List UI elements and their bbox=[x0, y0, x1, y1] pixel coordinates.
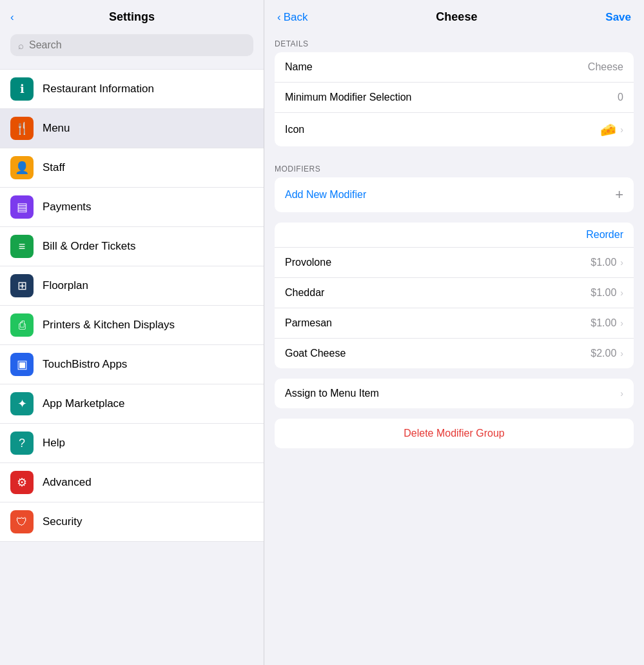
modifier-item-3[interactable]: Goat Cheese $2.00 › bbox=[275, 339, 634, 368]
sidebar-item-menu[interactable]: 🍴 Menu bbox=[0, 109, 264, 148]
modifier-price-chevron-0: $1.00 › bbox=[590, 257, 623, 268]
modifier-price-3: $2.00 bbox=[590, 348, 616, 359]
back-label: Back bbox=[284, 11, 308, 24]
delete-button[interactable]: Delete Modifier Group bbox=[275, 419, 634, 448]
nav-icon-security: 🛡 bbox=[10, 510, 34, 533]
min-modifier-value: 0 bbox=[618, 92, 623, 103]
name-label: Name bbox=[285, 61, 313, 73]
nav-label-payments: Payments bbox=[43, 201, 92, 213]
sidebar-item-restaurant-info[interactable]: ℹ Restaurant Information bbox=[0, 69, 264, 109]
nav-label-bill-order: Bill & Order Tickets bbox=[43, 240, 136, 253]
nav-label-app-marketplace: App Marketplace bbox=[43, 397, 125, 410]
modifier-price-0: $1.00 bbox=[590, 257, 616, 268]
nav-icon-touchbistro-apps: ▣ bbox=[10, 353, 34, 376]
add-icon: + bbox=[615, 186, 623, 203]
modifier-price-1: $1.00 bbox=[590, 287, 616, 299]
nav-icon-restaurant-info: ℹ bbox=[10, 77, 34, 101]
chevron-right-modifier-icon-2: › bbox=[620, 318, 623, 328]
modifiers-card: Reorder Provolone $1.00 › Cheddar $1.00 … bbox=[275, 223, 634, 368]
sidebar-item-security[interactable]: 🛡 Security bbox=[0, 502, 264, 542]
sidebar-item-advanced[interactable]: ⚙ Advanced bbox=[0, 463, 264, 502]
left-panel: ‹ Settings ⌕ ℹ Restaurant Information 🍴 … bbox=[0, 0, 264, 665]
modifier-item-2[interactable]: Parmesan $1.00 › bbox=[275, 308, 634, 339]
sidebar-item-app-marketplace[interactable]: ✦ App Marketplace bbox=[0, 384, 264, 424]
chevron-right-modifier-icon-0: › bbox=[620, 257, 623, 268]
add-modifier-card: Add New Modifier + bbox=[275, 177, 634, 212]
reorder-row: Reorder bbox=[275, 223, 634, 248]
modifier-item-1[interactable]: Cheddar $1.00 › bbox=[275, 278, 634, 308]
assign-card: Assign to Menu Item › bbox=[275, 379, 634, 408]
cheese-icon: 🧀 bbox=[600, 122, 616, 137]
delete-label: Delete Modifier Group bbox=[404, 428, 505, 439]
chevron-left-icon: ‹ bbox=[277, 11, 281, 24]
nav-icon-app-marketplace: ✦ bbox=[10, 392, 34, 415]
nav-icon-menu: 🍴 bbox=[10, 117, 34, 140]
modifiers-section-label: MODIFIERS bbox=[264, 157, 644, 177]
left-header: ‹ Settings bbox=[0, 0, 264, 32]
modifier-name-2: Parmesan bbox=[285, 317, 332, 329]
nav-label-staff: Staff bbox=[43, 161, 65, 174]
modifier-price-chevron-2: $1.00 › bbox=[590, 317, 623, 329]
assign-label: Assign to Menu Item bbox=[285, 388, 379, 399]
chevron-right-modifier-icon-3: › bbox=[620, 348, 623, 359]
min-modifier-label: Minimum Modifier Selection bbox=[285, 92, 412, 103]
delete-card: Delete Modifier Group bbox=[275, 419, 634, 448]
modifier-name-0: Provolone bbox=[285, 257, 331, 268]
search-icon: ⌕ bbox=[18, 40, 24, 51]
nav-label-floorplan: Floorplan bbox=[43, 279, 88, 292]
right-header: ‹ Back Cheese Save bbox=[264, 0, 644, 32]
assign-row[interactable]: Assign to Menu Item › bbox=[275, 379, 634, 408]
icon-value: 🧀 › bbox=[600, 122, 623, 137]
modifier-price-chevron-3: $2.00 › bbox=[590, 348, 623, 359]
icon-label: Icon bbox=[285, 124, 304, 135]
add-modifier-label: Add New Modifier bbox=[285, 189, 366, 201]
nav-icon-staff: 👤 bbox=[10, 156, 34, 179]
sidebar-item-staff[interactable]: 👤 Staff bbox=[0, 148, 264, 188]
modifier-name-3: Goat Cheese bbox=[285, 348, 346, 359]
name-row[interactable]: Name Cheese bbox=[275, 52, 634, 83]
chevron-right-assign-icon: › bbox=[620, 388, 623, 399]
save-button[interactable]: Save bbox=[605, 11, 631, 24]
min-modifier-row[interactable]: Minimum Modifier Selection 0 bbox=[275, 83, 634, 113]
nav-label-touchbistro-apps: TouchBistro Apps bbox=[43, 358, 127, 371]
icon-row[interactable]: Icon 🧀 › bbox=[275, 113, 634, 146]
add-modifier-row[interactable]: Add New Modifier + bbox=[275, 177, 634, 212]
search-bar[interactable]: ⌕ bbox=[10, 34, 253, 56]
sidebar-item-bill-order[interactable]: ≡ Bill & Order Tickets bbox=[0, 227, 264, 266]
sidebar-item-floorplan[interactable]: ⊞ Floorplan bbox=[0, 266, 264, 306]
nav-label-restaurant-info: Restaurant Information bbox=[43, 83, 154, 95]
right-panel: ‹ Back Cheese Save DETAILS Name Cheese M… bbox=[264, 0, 644, 665]
nav-icon-advanced: ⚙ bbox=[10, 471, 34, 494]
chevron-right-modifier-icon-1: › bbox=[620, 288, 623, 298]
cheese-title: Cheese bbox=[436, 10, 477, 24]
settings-title: Settings bbox=[109, 10, 155, 24]
nav-icon-floorplan: ⊞ bbox=[10, 274, 34, 297]
sidebar-item-help[interactable]: ? Help bbox=[0, 424, 264, 463]
modifier-price-2: $1.00 bbox=[590, 317, 616, 329]
back-button-left[interactable]: ‹ bbox=[10, 11, 14, 24]
chevron-right-icon: › bbox=[620, 124, 623, 135]
reorder-button[interactable]: Reorder bbox=[586, 229, 623, 241]
back-button-right[interactable]: ‹ Back bbox=[277, 11, 307, 24]
nav-label-printers: Printers & Kitchen Displays bbox=[43, 319, 175, 332]
nav-icon-printers: ⎙ bbox=[10, 313, 34, 337]
nav-list: ℹ Restaurant Information 🍴 Menu 👤 Staff … bbox=[0, 64, 264, 665]
sidebar-item-printers[interactable]: ⎙ Printers & Kitchen Displays bbox=[0, 306, 264, 345]
sidebar-item-payments[interactable]: ▤ Payments bbox=[0, 188, 264, 227]
modifier-name-1: Cheddar bbox=[285, 287, 324, 299]
details-section-label: DETAILS bbox=[264, 32, 644, 52]
nav-icon-help: ? bbox=[10, 432, 34, 455]
sidebar-item-touchbistro-apps[interactable]: ▣ TouchBistro Apps bbox=[0, 345, 264, 384]
name-value: Cheese bbox=[588, 61, 623, 73]
modifier-item-0[interactable]: Provolone $1.00 › bbox=[275, 248, 634, 278]
modifier-price-chevron-1: $1.00 › bbox=[590, 287, 623, 299]
nav-label-security: Security bbox=[43, 515, 82, 528]
nav-label-help: Help bbox=[43, 437, 65, 450]
search-input[interactable] bbox=[29, 39, 246, 51]
nav-icon-bill-order: ≡ bbox=[10, 235, 34, 258]
nav-label-advanced: Advanced bbox=[43, 476, 92, 489]
nav-label-menu: Menu bbox=[43, 122, 70, 135]
nav-icon-payments: ▤ bbox=[10, 195, 34, 219]
details-card: Name Cheese Minimum Modifier Selection 0… bbox=[275, 52, 634, 146]
